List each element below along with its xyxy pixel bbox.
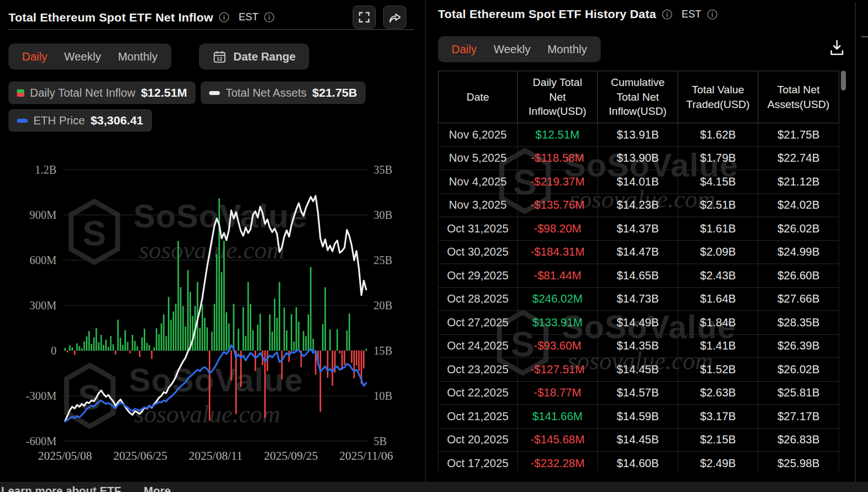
table-row[interactable]: Nov 3,2025-$135.76M$14.23B$2.51B$24.02B (438, 194, 839, 218)
chart-tab-weekly[interactable]: Weekly (64, 50, 101, 63)
legend-chip-total-net-assets[interactable]: Total Net Assets$21.75B (201, 81, 366, 104)
cell-value: $3.17B (678, 405, 758, 428)
cell-value: -$93.60M (517, 335, 597, 358)
cell-value: $14.65B (597, 264, 678, 287)
cell-value: $26.83B (758, 429, 839, 452)
cell-date: Nov 4,2025 (438, 170, 517, 193)
chart-panel-header: Total Ethereum Spot ETF Net Inflow EST (8, 6, 416, 29)
table-row[interactable]: Oct 28,2025$246.02M$14.73B$1.64B$27.66B (438, 288, 839, 312)
date-range-button[interactable]: 12 Date Range (199, 44, 309, 70)
cell-date: Nov 5,2025 (438, 147, 517, 170)
table-row[interactable]: Nov 4,2025-$219.37M$14.01B$4.15B$21.12B (438, 170, 839, 194)
svg-text:2025/06/25: 2025/06/25 (113, 449, 167, 463)
table-row[interactable]: Oct 23,2025-$127.51M$14.45B$1.52B$26.02B (438, 358, 839, 382)
history-period-tabs: DailyWeeklyMonthly (438, 36, 601, 62)
cell-value: $24.99B (758, 241, 839, 264)
table-row[interactable]: Oct 21,2025$141.66M$14.59B$3.17B$27.17B (438, 405, 839, 429)
svg-text:600M: 600M (29, 254, 57, 266)
y-axis-right-labels: 35B30B25B20B15B10B5B (374, 163, 392, 447)
svg-text:2025/11/06: 2025/11/06 (340, 449, 393, 463)
cell-value: $2.43B (678, 264, 758, 287)
cell-value: $26.02B (758, 358, 839, 381)
table-row[interactable]: Oct 31,2025-$98.20M$14.37B$1.61B$26.02B (438, 217, 839, 241)
svg-text:2025/09/25: 2025/09/25 (264, 449, 318, 463)
table-row[interactable]: Oct 17,2025-$232.28M$14.60B$2.49B$25.98B (438, 452, 839, 471)
download-button[interactable] (824, 36, 849, 59)
share-button[interactable] (383, 6, 406, 29)
more-link[interactable]: More (144, 485, 171, 492)
cell-value: -$145.68M (517, 429, 597, 452)
svg-text:300M: 300M (29, 299, 57, 312)
table-row[interactable]: Oct 29,2025-$81.44M$14.65B$2.43B$26.60B (438, 264, 839, 288)
table-row[interactable]: Oct 27,2025$133.91M$14.49B$1.84B$28.35B (438, 311, 839, 335)
info-icon[interactable] (219, 12, 229, 23)
cell-value: -$127.51M (517, 358, 597, 381)
learn-more-text: Learn more about ETF (1, 485, 121, 492)
timezone-info-icon[interactable] (264, 12, 275, 23)
column-header: Total NetAssets(USD) (758, 71, 839, 123)
cell-value: $28.35B (758, 311, 839, 334)
cell-value: $27.17B (758, 405, 839, 428)
timezone-label: EST (238, 11, 258, 23)
legend-value: $21.75B (313, 86, 357, 100)
cell-value: $26.60B (758, 264, 839, 287)
net-inflow-combo-chart[interactable]: 1.2B900M600M300M0-300M-600M35B30B25B20B1… (0, 147, 425, 464)
cell-value: $25.81B (758, 382, 839, 405)
history-tab-monthly[interactable]: Monthly (548, 43, 587, 56)
history-tab-daily[interactable]: Daily (452, 43, 476, 56)
cell-value: -$219.37M (517, 170, 597, 193)
timezone-info-icon[interactable] (707, 9, 718, 20)
cell-date: Oct 27,2025 (438, 311, 517, 334)
cell-value: -$232.28M (517, 452, 597, 471)
table-row[interactable]: Nov 6,2025$12.51M$13.91B$1.62B$21.75B (438, 123, 839, 147)
cell-value: $13.91B (597, 123, 678, 146)
svg-text:-300M: -300M (26, 390, 57, 402)
table-row[interactable]: Oct 24,2025-$93.60M$14.35B$1.41B$26.39B (438, 335, 839, 359)
fullscreen-button[interactable] (353, 6, 376, 29)
cell-value: $13.90B (597, 147, 678, 170)
page-right-divider (855, 2, 856, 482)
download-icon (828, 38, 845, 57)
svg-text:-600M: -600M (26, 435, 57, 447)
daily-inflow-bars (64, 198, 367, 421)
svg-text:15B: 15B (374, 344, 392, 357)
cell-value: -$81.44M (517, 264, 597, 287)
legend-chip-daily-total-net-inflow[interactable]: Daily Total Net Inflow$12.51M (8, 81, 196, 104)
cell-value: $24.02B (758, 194, 839, 217)
table-scrollbar-thumb[interactable] (841, 71, 846, 90)
table-row[interactable]: Oct 20,2025-$145.68M$14.45B$2.15B$26.83B (438, 429, 839, 452)
info-icon[interactable] (662, 9, 672, 20)
calendar-icon: 12 (212, 50, 227, 64)
cell-value: $14.01B (597, 170, 678, 193)
legend-label: Daily Total Net Inflow (30, 87, 135, 100)
cell-value: -$184.31M (517, 241, 597, 264)
cell-value: $2.09B (678, 241, 758, 264)
legend-chip-eth-price[interactable]: ETH Price$3,306.41 (8, 109, 152, 132)
cell-value: $14.49B (597, 311, 678, 334)
chart-tab-monthly[interactable]: Monthly (118, 50, 158, 63)
column-header: Daily TotalNetInflow(USD) (517, 71, 597, 123)
svg-text:0: 0 (51, 344, 57, 357)
table-row[interactable]: Nov 5,2025-$118.58M$13.90B$1.79B$22.74B (438, 147, 839, 171)
cell-value: $2.15B (678, 429, 758, 452)
chart-header-buttons (353, 6, 416, 29)
cell-date: Oct 28,2025 (438, 288, 517, 311)
svg-text:25B: 25B (374, 254, 392, 266)
y-axis-left-labels: 1.2B900M600M300M0-300M-600M (26, 163, 57, 447)
date-range-label: Date Range (233, 50, 296, 63)
cell-value: $26.39B (758, 335, 839, 358)
table-row[interactable]: Oct 22,2025-$18.77M$14.57B$2.63B$25.81B (438, 382, 839, 405)
column-header: CumulativeTotal NetInflow(USD) (597, 71, 678, 123)
cell-value: $1.79B (678, 147, 758, 170)
cell-value: $1.62B (678, 123, 758, 146)
svg-text:2025/05/08: 2025/05/08 (38, 449, 92, 463)
history-tab-weekly[interactable]: Weekly (493, 43, 530, 56)
table-row[interactable]: Oct 30,2025-$184.31M$14.47B$2.09B$24.99B (438, 241, 839, 265)
chart-tab-daily[interactable]: Daily (22, 50, 47, 63)
column-header: Date (438, 71, 517, 123)
cell-date: Nov 6,2025 (438, 123, 517, 146)
history-data-table: DateDaily TotalNetInflow(USD)CumulativeT… (438, 71, 839, 471)
cell-value: $22.74B (758, 147, 839, 170)
cell-value: $14.23B (597, 194, 678, 217)
chart-period-tabs: DailyWeeklyMonthly (8, 44, 171, 70)
